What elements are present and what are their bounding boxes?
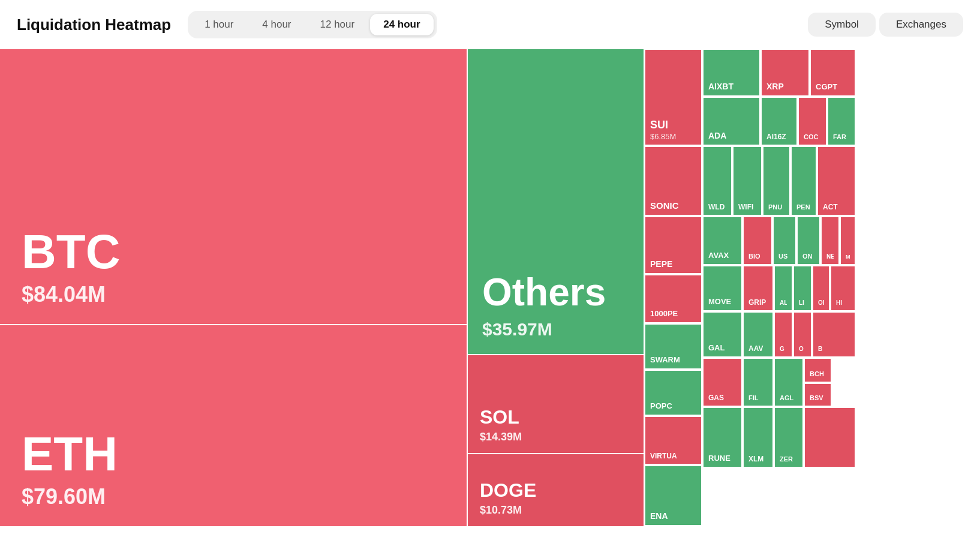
- cgpt-cell[interactable]: CGPT: [810, 49, 855, 96]
- gal-cell[interactable]: GAL: [703, 312, 742, 357]
- wifi-cell[interactable]: WIFI: [733, 146, 762, 215]
- zer-cell[interactable]: ZER: [774, 407, 803, 467]
- others-value: $35.97M: [482, 319, 629, 340]
- sol-value: $14.39M: [480, 431, 632, 443]
- popc-cell[interactable]: POPC: [645, 370, 702, 415]
- hi-cell[interactable]: HI: [831, 266, 855, 311]
- eth-value: $79.60M: [22, 484, 445, 509]
- coo-cell[interactable]: COC: [798, 97, 826, 145]
- on-cell[interactable]: ON: [797, 217, 820, 265]
- ne-cell[interactable]: NE: [821, 217, 839, 265]
- eth-cell[interactable]: ETH $79.60M: [0, 325, 468, 526]
- o-cell[interactable]: O: [793, 312, 811, 357]
- doge-symbol: DOGE: [480, 479, 632, 502]
- swarm-cell[interactable]: SWARM: [645, 324, 702, 369]
- oi-cell[interactable]: OI: [813, 266, 829, 311]
- filter-24hour[interactable]: 24 hour: [370, 14, 433, 35]
- others-symbol: Others: [482, 270, 629, 314]
- bio-cell[interactable]: BIO: [743, 217, 772, 265]
- ada-cell[interactable]: ADA: [703, 97, 760, 145]
- b-cell[interactable]: B: [813, 312, 855, 357]
- btc-symbol: BTC: [22, 228, 445, 276]
- right-grid: SUI $6.85M AIXBT XRP CGPT SONIC ADA AI16…: [645, 49, 980, 526]
- left-column: BTC $84.04M ETH $79.60M: [0, 49, 468, 526]
- act-cell[interactable]: ACT: [817, 146, 855, 215]
- pen-cell[interactable]: PEN: [791, 146, 816, 215]
- xrp-cell[interactable]: XRP: [761, 49, 809, 96]
- ai16z-cell[interactable]: AI16Z: [761, 97, 797, 145]
- header: Liquidation Heatmap 1 hour 4 hour 12 hou…: [0, 0, 980, 49]
- symbol-button[interactable]: Symbol: [808, 13, 876, 37]
- sonic-cell[interactable]: SONIC: [645, 146, 702, 215]
- sol-cell[interactable]: SOL $14.39M: [468, 355, 645, 454]
- fil-cell[interactable]: FIL: [743, 358, 773, 406]
- heatmap: BTC $84.04M ETH $79.60M Others $35.97M S…: [0, 49, 980, 526]
- btc-cell[interactable]: BTC $84.04M: [0, 49, 468, 325]
- right-filter-group: Symbol Exchanges: [808, 13, 963, 37]
- mid-column: Others $35.97M SOL $14.39M DOGE $10.73M: [468, 49, 645, 526]
- aixbt-cell[interactable]: AIXBT: [703, 49, 760, 96]
- li-cell[interactable]: LI: [793, 266, 811, 311]
- filter-12hour[interactable]: 12 hour: [307, 14, 368, 35]
- gas-cell[interactable]: GAS: [703, 358, 742, 406]
- extra-red-cell[interactable]: [804, 407, 855, 467]
- ena-cell[interactable]: ENA: [645, 466, 702, 526]
- al-cell[interactable]: AL: [774, 266, 792, 311]
- doge-cell[interactable]: DOGE $10.73M: [468, 454, 645, 526]
- filter-4hour[interactable]: 4 hour: [249, 14, 304, 35]
- filter-1hour[interactable]: 1 hour: [191, 14, 246, 35]
- btc-value: $84.04M: [22, 282, 445, 307]
- far-cell[interactable]: FAR: [828, 97, 855, 145]
- bch-cell[interactable]: BCH: [804, 358, 831, 382]
- eth-symbol: ETH: [22, 430, 445, 478]
- pnu-cell[interactable]: PNU: [763, 146, 790, 215]
- doge-value: $10.73M: [480, 504, 632, 517]
- sol-symbol: SOL: [480, 406, 632, 428]
- g-cell[interactable]: G: [774, 312, 792, 357]
- sui-cell[interactable]: SUI $6.85M: [645, 49, 702, 145]
- wld-cell[interactable]: WLD: [703, 146, 732, 215]
- bsv-cell[interactable]: BSV: [804, 383, 831, 406]
- time-filter-group: 1 hour 4 hour 12 hour 24 hour: [188, 11, 437, 38]
- agl-cell[interactable]: AGL: [774, 358, 803, 406]
- virtua-cell[interactable]: VIRTUA: [645, 416, 702, 464]
- us-cell[interactable]: US: [773, 217, 796, 265]
- mo-cell[interactable]: MO: [840, 217, 855, 265]
- exchanges-button[interactable]: Exchanges: [879, 13, 963, 37]
- xlm-cell[interactable]: XLM: [743, 407, 773, 467]
- pepe-cell[interactable]: PEPE: [645, 217, 702, 274]
- k1000pe-cell[interactable]: 1000PE: [645, 275, 702, 323]
- others-cell[interactable]: Others $35.97M: [468, 49, 645, 355]
- avax-cell[interactable]: AVAX: [703, 217, 742, 265]
- aav-cell[interactable]: AAV: [743, 312, 773, 357]
- app-title: Liquidation Heatmap: [17, 16, 171, 34]
- move-cell[interactable]: MOVE: [703, 266, 742, 311]
- grip-cell[interactable]: GRIP: [743, 266, 773, 311]
- rune-cell[interactable]: RUNE: [703, 407, 742, 467]
